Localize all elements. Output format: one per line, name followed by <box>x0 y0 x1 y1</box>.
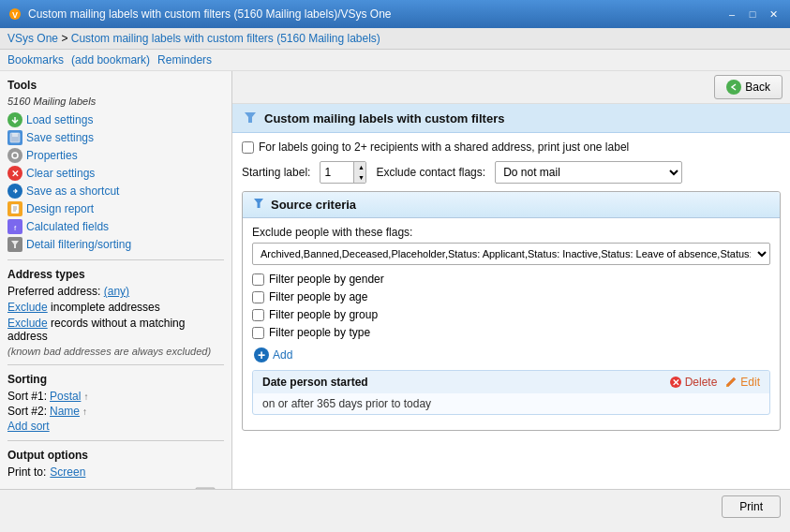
filter-gender-label: Filter people by gender <box>269 273 384 286</box>
criteria-row: Date person started ✕ Delete <box>252 370 770 415</box>
sidebar-item-clear-settings[interactable]: ✕ Clear settings <box>7 166 224 181</box>
save-settings-link[interactable]: Save settings <box>26 131 94 144</box>
breadcrumb-sep: > <box>61 32 67 45</box>
window-title: Custom mailing labels with custom filter… <box>28 7 723 21</box>
starting-label-spinner[interactable]: ▲ ▼ <box>320 161 366 184</box>
spinner-up[interactable]: ▲ <box>354 162 366 172</box>
close-button[interactable]: ✕ <box>764 5 783 23</box>
properties-link[interactable]: Properties <box>26 149 78 162</box>
exclude-no-match-link[interactable]: Exclude <box>7 317 48 330</box>
criteria-body: Exclude people with these flags: Archive… <box>243 218 780 430</box>
sidebar: Tools 5160 Mailing labels Load settings … <box>0 71 232 489</box>
sort2-arrow: ↑ <box>82 406 87 417</box>
filter-type-checkbox[interactable] <box>252 327 264 339</box>
maximize-button[interactable]: □ <box>743 5 762 23</box>
sidebar-item-calculated-fields[interactable]: f Calculated fields <box>7 219 224 234</box>
tools-section-title: Tools <box>7 79 224 92</box>
edit-button[interactable]: Edit <box>724 376 760 389</box>
svg-marker-10 <box>11 241 19 248</box>
sidebar-divider-2 <box>7 364 224 365</box>
spinner-buttons: ▲ ▼ <box>353 162 366 183</box>
content-header: Custom mailing labels with custom filter… <box>232 104 790 133</box>
delete-button[interactable]: ✕ Delete <box>669 376 718 389</box>
exclude-incomplete-link[interactable]: Exclude <box>7 301 48 314</box>
properties-icon <box>7 148 22 163</box>
preferred-address-row: Preferred address: (any) <box>7 285 224 298</box>
detail-filtering-link[interactable]: Detail filtering/sorting <box>26 238 131 251</box>
bookmarks-link[interactable]: Bookmarks <box>7 53 64 66</box>
title-bar: V Custom mailing labels with custom filt… <box>0 0 790 28</box>
content-body: For labels going to 2+ recipients with a… <box>232 133 790 438</box>
sidebar-item-save-settings[interactable]: Save settings <box>7 130 224 145</box>
filter-age-checkbox[interactable] <box>252 291 264 303</box>
sidebar-item-design-report[interactable]: Design report <box>7 201 224 216</box>
sidebar-item-properties[interactable]: Properties <box>7 148 224 163</box>
flags-dropdown[interactable]: Archived,Banned,Deceased,Placeholder,Sta… <box>252 243 770 265</box>
clear-settings-link[interactable]: Clear settings <box>26 167 95 180</box>
one-label-row: For labels going to 2+ recipients with a… <box>242 140 781 154</box>
criteria-row-title: Date person started <box>262 376 368 389</box>
sort2-link[interactable]: Name <box>50 405 80 418</box>
filter-gender-checkbox[interactable] <box>252 273 264 286</box>
sidebar-item-save-shortcut[interactable]: Save as a shortcut <box>7 184 224 199</box>
filter-gender-row: Filter people by gender <box>252 273 770 286</box>
window-controls: – □ ✕ <box>723 5 783 23</box>
filter-group-label: Filter people by group <box>269 308 378 321</box>
exclude-flags-dropdown[interactable]: Do not mail <box>495 161 682 184</box>
minimize-button[interactable]: – <box>723 5 741 23</box>
back-label: Back <box>745 81 770 94</box>
print-button[interactable]: Print <box>722 495 781 518</box>
sort1-link[interactable]: Postal <box>50 390 81 403</box>
sidebar-item-load-settings[interactable]: Load settings <box>7 112 224 127</box>
one-label-checkbox[interactable] <box>242 141 254 154</box>
exclude-incomplete-row: Exclude incomplete addresses <box>7 301 224 314</box>
back-button[interactable]: Back <box>714 75 783 99</box>
sort2-row: Sort #2: Name ↑ <box>7 405 224 418</box>
svg-marker-16 <box>245 112 256 123</box>
breadcrumb-root[interactable]: VSys One <box>7 32 58 45</box>
edit-icon <box>724 376 738 389</box>
svg-rect-12 <box>196 488 215 489</box>
criteria-section: Source criteria Exclude people with thes… <box>242 191 781 431</box>
design-report-link[interactable]: Design report <box>26 202 94 215</box>
reminders-link[interactable]: Reminders <box>157 53 212 66</box>
criteria-header: Source criteria <box>243 192 780 218</box>
add-sort-row[interactable]: Add sort <box>7 420 224 433</box>
back-icon <box>726 80 741 95</box>
filter-group-checkbox[interactable] <box>252 309 264 321</box>
spinner-down[interactable]: ▼ <box>354 172 366 183</box>
svg-point-4 <box>12 153 18 158</box>
filter-type-row: Filter people by type <box>252 326 770 339</box>
sort1-label: Sort #1: <box>7 390 47 403</box>
calculated-fields-link[interactable]: Calculated fields <box>26 220 109 233</box>
add-button[interactable]: + Add <box>254 347 292 362</box>
app-icon: V <box>7 7 22 22</box>
save-shortcut-icon <box>7 184 22 199</box>
exclude-flags-label: Exclude contact flags: <box>376 166 485 179</box>
sidebar-divider-1 <box>7 259 224 260</box>
svg-text:✕: ✕ <box>672 377 679 388</box>
save-shortcut-link[interactable]: Save as a shortcut <box>26 185 119 198</box>
design-report-icon <box>7 201 22 216</box>
breadcrumb-current[interactable]: Custom mailing labels with custom filter… <box>71 32 380 45</box>
sidebar-item-detail-filtering[interactable]: Detail filtering/sorting <box>7 237 224 252</box>
sort1-row: Sort #1: Postal ↑ <box>7 390 224 403</box>
address-section-title: Address types <box>7 268 224 281</box>
load-settings-link[interactable]: Load settings <box>26 113 93 126</box>
svg-marker-17 <box>254 199 263 208</box>
content-top-bar: Back <box>232 71 790 104</box>
filter-group-row: Filter people by group <box>252 308 770 321</box>
print-to-link[interactable]: Screen <box>50 466 85 479</box>
preferred-link[interactable]: (any) <box>104 285 129 298</box>
load-settings-icon <box>7 112 22 127</box>
delete-label: Delete <box>685 376 718 389</box>
bottom-bar: Print <box>0 489 790 523</box>
sidebar-subtitle: 5160 Mailing labels <box>7 96 224 107</box>
output-section-title: Output options <box>7 449 224 462</box>
add-bookmark-link[interactable]: (add bookmark) <box>71 53 150 66</box>
add-sort-link[interactable]: Add sort <box>7 420 50 433</box>
content-title: Custom mailing labels with custom filter… <box>264 111 504 126</box>
print-to-row: Print to: Screen <box>7 466 224 479</box>
delete-icon: ✕ <box>669 376 682 389</box>
starting-label-input[interactable] <box>320 164 353 181</box>
